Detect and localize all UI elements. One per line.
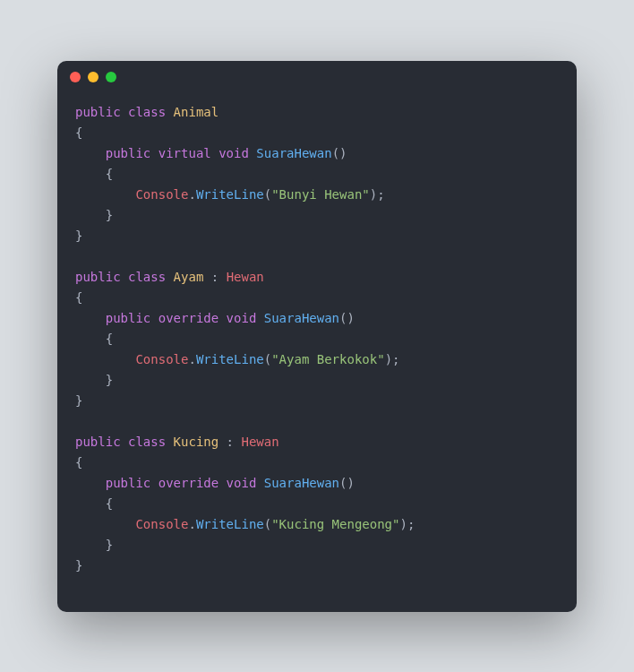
code-window: public class Animal { public virtual voi… [57,61,577,612]
base-class: Hewan [227,270,264,284]
class-name: Kucing [174,435,219,449]
keyword: override [158,476,218,490]
brace: { [75,125,82,140]
function-name: SuaraHewan [264,311,339,325]
brace: } [75,208,113,222]
base-class: Hewan [241,435,278,449]
keyword: virtual [158,146,211,160]
code-line: Console.WriteLine("Kucing Mengeong"); [75,517,415,531]
class-name: Ayam [174,270,204,284]
keyword: class [128,435,166,449]
brace: { [75,496,113,511]
keyword: public [75,105,121,119]
method: WriteLine [196,187,264,202]
object: Console [135,352,188,366]
brace: } [75,538,113,552]
code-line: Console.WriteLine("Bunyi Hewan"); [75,187,385,202]
brace: } [75,393,82,408]
keyword: class [128,270,166,284]
code-line: public override void SuaraHewan() [75,311,355,325]
object: Console [135,517,188,531]
keyword: override [158,311,218,325]
maximize-icon[interactable] [106,72,116,82]
code-content: public class Animal { public virtual voi… [57,93,577,612]
type: void [227,476,257,490]
brace: } [75,558,82,573]
code-line: public class Ayam : Hewan [75,270,264,284]
code-line: public class Animal [75,105,218,119]
code-line: Console.WriteLine("Ayam Berkokok"); [75,352,399,366]
minimize-icon[interactable] [88,72,99,82]
type: void [227,311,257,325]
object: Console [135,187,188,202]
brace: { [75,332,113,346]
keyword: public [75,270,121,284]
keyword: public [75,435,121,449]
brace: { [75,455,82,470]
keyword: public [106,146,151,160]
method: WriteLine [196,517,264,531]
string: "Ayam Berkokok" [271,352,384,366]
brace: } [75,373,113,387]
brace: } [75,228,82,243]
code-line: public virtual void SuaraHewan() [75,146,347,160]
function-name: SuaraHewan [256,146,331,160]
brace: { [75,290,82,305]
string: "Kucing Mengeong" [271,517,399,531]
code-line: public class Kucing : Hewan [75,435,279,449]
titlebar [57,61,577,93]
keyword: public [106,311,151,325]
keyword: class [128,105,166,119]
close-icon[interactable] [70,72,81,82]
type: void [218,146,249,160]
code-line: public override void SuaraHewan() [75,476,355,490]
keyword: public [106,476,151,490]
method: WriteLine [196,352,264,366]
brace: { [75,167,113,181]
function-name: SuaraHewan [264,476,339,490]
class-name: Animal [174,105,219,119]
string: "Bunyi Hewan" [271,187,370,202]
